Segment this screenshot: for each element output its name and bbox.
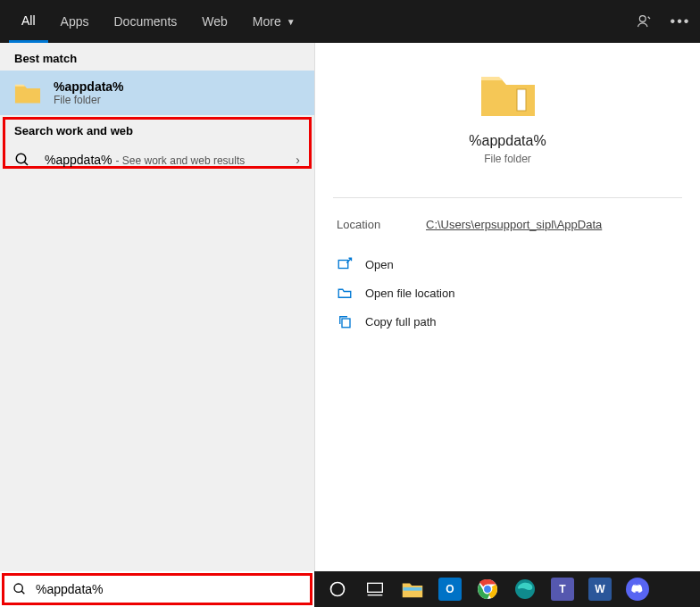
action-list: Open Open file location Copy full path xyxy=(333,253,682,333)
svg-point-6 xyxy=(14,584,22,592)
cortana-icon[interactable] xyxy=(321,573,354,605)
search-panel-root: All Apps Documents Web More ▼ ••• Best m… xyxy=(0,0,700,607)
topbar-right: ••• xyxy=(636,12,689,30)
action-label: Open xyxy=(365,258,394,271)
search-tabs: All Apps Documents Web More ▼ xyxy=(9,0,308,43)
taskbar-search[interactable] xyxy=(0,571,314,607)
preview-subtitle: File folder xyxy=(484,153,531,165)
results-column: Best match %appdata% File folder Search … xyxy=(0,43,314,571)
svg-line-2 xyxy=(24,162,28,165)
search-icon xyxy=(14,152,45,168)
copy-icon xyxy=(337,313,353,329)
search-icon xyxy=(12,582,27,596)
preview-header: %appdata% File folder xyxy=(333,61,682,188)
feedback-icon[interactable] xyxy=(636,12,654,30)
svg-rect-11 xyxy=(404,587,422,591)
taskbar-icons: O T W xyxy=(314,573,654,605)
svg-point-15 xyxy=(515,579,535,599)
preview-panel: %appdata% File folder Location C:\Users\… xyxy=(315,43,700,351)
svg-rect-9 xyxy=(368,583,383,592)
svg-point-1 xyxy=(16,154,26,163)
tab-all[interactable]: All xyxy=(9,0,48,43)
result-text: %appdata% File folder xyxy=(54,79,300,106)
chevron-right-icon: › xyxy=(296,153,300,167)
svg-rect-3 xyxy=(517,89,526,111)
action-copy-path[interactable]: Copy full path xyxy=(337,313,679,329)
result-subtitle: File folder xyxy=(54,94,300,106)
result-title: %appdata% xyxy=(45,153,112,167)
folder-open-icon xyxy=(337,285,353,301)
best-match-header: Best match xyxy=(0,43,314,71)
search-input[interactable] xyxy=(36,571,314,607)
action-open-location[interactable]: Open file location xyxy=(337,285,679,301)
tab-web[interactable]: Web xyxy=(189,0,240,43)
preview-column: %appdata% File folder Location C:\Users\… xyxy=(314,43,700,571)
action-open[interactable]: Open xyxy=(337,256,679,272)
taskbar: O T W xyxy=(0,571,700,607)
result-suffix: - See work and web results xyxy=(116,154,246,167)
svg-point-0 xyxy=(639,16,646,22)
folder-icon xyxy=(14,80,54,105)
best-match-result[interactable]: %appdata% File folder xyxy=(0,71,314,115)
svg-rect-4 xyxy=(338,261,348,269)
more-options-icon[interactable]: ••• xyxy=(671,12,689,30)
action-label: Open file location xyxy=(365,287,454,300)
location-link[interactable]: C:\Users\erpsupport_sipl\AppData xyxy=(426,218,602,231)
search-tabs-bar: All Apps Documents Web More ▼ ••• xyxy=(0,0,700,43)
tab-apps[interactable]: Apps xyxy=(48,0,102,43)
file-explorer-icon[interactable] xyxy=(396,573,429,605)
chrome-icon[interactable] xyxy=(471,573,504,605)
tab-documents[interactable]: Documents xyxy=(101,0,189,43)
search-web-header: Search work and web xyxy=(0,115,314,143)
teams-icon[interactable]: T xyxy=(546,573,579,605)
word-icon[interactable]: W xyxy=(584,573,616,605)
outlook-icon[interactable]: O xyxy=(434,573,466,605)
location-row: Location C:\Users\erpsupport_sipl\AppDat… xyxy=(333,214,682,253)
result-title: %appdata% xyxy=(54,79,300,94)
edge-icon[interactable] xyxy=(509,573,541,605)
svg-point-8 xyxy=(331,583,345,596)
discord-icon[interactable] xyxy=(621,573,654,605)
chevron-down-icon: ▼ xyxy=(287,17,296,27)
task-view-icon[interactable] xyxy=(359,573,391,605)
tab-more[interactable]: More ▼ xyxy=(240,0,308,43)
preview-title: %appdata% xyxy=(469,133,546,149)
web-search-result[interactable]: %appdata% - See work and web results › xyxy=(0,143,314,177)
location-label: Location xyxy=(337,218,426,231)
open-icon xyxy=(337,256,353,272)
tab-more-label: More xyxy=(253,14,281,29)
folder-icon xyxy=(479,70,537,133)
divider xyxy=(333,197,682,198)
svg-line-7 xyxy=(21,591,24,594)
result-text: %appdata% - See work and web results xyxy=(45,153,296,167)
action-label: Copy full path xyxy=(365,315,437,328)
search-main: Best match %appdata% File folder Search … xyxy=(0,43,700,571)
svg-rect-5 xyxy=(342,319,350,328)
